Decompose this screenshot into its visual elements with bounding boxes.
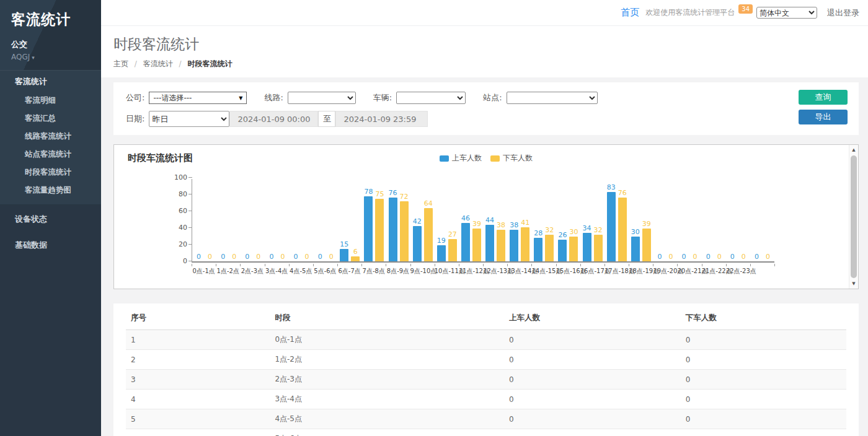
sidebar-item-passenger-stats[interactable]: 客流统计 bbox=[0, 71, 101, 92]
bar-value-label: 0 bbox=[245, 253, 249, 261]
date-preset-select[interactable]: 昨日 bbox=[149, 111, 229, 127]
y-axis-tick bbox=[188, 177, 192, 178]
legend-swatch-icon bbox=[440, 155, 449, 162]
bar-column: 75 bbox=[375, 190, 384, 261]
bar-value-label: 30 bbox=[631, 228, 640, 236]
table-cell: 0 bbox=[504, 390, 681, 409]
bar-column: 32 bbox=[545, 226, 554, 261]
bar-group: 7672 bbox=[386, 179, 410, 261]
bar-value-label: 0 bbox=[706, 253, 711, 261]
sidebar-subitem-5[interactable]: 客流量趋势图 bbox=[0, 181, 101, 199]
bar-column: 42 bbox=[412, 217, 422, 261]
x-axis-label: 15点-16点 bbox=[556, 267, 580, 276]
bar-column: 0 bbox=[728, 253, 737, 261]
table-cell: 0点-1点 bbox=[270, 330, 504, 350]
company-select[interactable]: ---请选择--- ▼ bbox=[149, 92, 247, 104]
table-cell: 1点-2点 bbox=[270, 350, 504, 370]
bar-column: 0 bbox=[680, 253, 689, 261]
table-row: 54点-5点00 bbox=[126, 409, 846, 429]
bar-value-label: 39 bbox=[642, 220, 651, 228]
bar-value-label: 0 bbox=[682, 253, 686, 261]
scrollbar-thumb[interactable] bbox=[851, 155, 857, 278]
bar-value-label: 0 bbox=[197, 253, 201, 261]
breadcrumb-separator: / bbox=[179, 59, 182, 68]
bar-column: 30 bbox=[631, 228, 640, 262]
bar-value-label: 32 bbox=[594, 226, 603, 234]
table-cell: 4 bbox=[126, 390, 270, 409]
chart-scrollbar[interactable]: ▲ ▼ bbox=[849, 145, 858, 289]
bar-group: 00 bbox=[265, 179, 289, 261]
bar-value-label: 0 bbox=[766, 253, 770, 261]
bar bbox=[545, 235, 554, 261]
bar-value-label: 42 bbox=[413, 217, 422, 225]
bar-column: 0 bbox=[194, 253, 203, 261]
legend-swatch-icon bbox=[490, 155, 500, 162]
bar-value-label: 46 bbox=[461, 214, 470, 222]
bar-group: 2630 bbox=[556, 179, 580, 261]
bar-column: 64 bbox=[423, 199, 433, 261]
bar-value-label: 64 bbox=[424, 199, 433, 207]
x-axis-ticks bbox=[192, 264, 775, 266]
x-axis-label: 12点-13点 bbox=[483, 267, 507, 276]
x-axis-label: 5点-6点 bbox=[313, 267, 337, 276]
vehicle-select[interactable] bbox=[396, 92, 466, 104]
sidebar-item-top-0[interactable]: 设备状态 bbox=[0, 207, 101, 231]
sidebar-subitem-1[interactable]: 客流汇总 bbox=[0, 110, 101, 128]
sidebar-subitem-2[interactable]: 线路客流统计 bbox=[0, 128, 101, 146]
bar-column: 46 bbox=[461, 214, 470, 261]
bar-value-label: 0 bbox=[232, 253, 236, 261]
bar-column: 76 bbox=[618, 189, 627, 261]
date-start-input[interactable] bbox=[229, 111, 318, 127]
sidebar-subitem-0[interactable]: 客流明细 bbox=[0, 92, 101, 110]
logout-link[interactable]: 退出登录 bbox=[827, 7, 859, 19]
chart-plot-area: 0204060801000000000000001567875767242641… bbox=[192, 179, 774, 263]
bar bbox=[594, 235, 603, 261]
bar bbox=[448, 239, 457, 261]
bar-value-label: 0 bbox=[294, 253, 298, 261]
table-cell: 0 bbox=[504, 370, 681, 390]
x-axis-label: 21点-22点 bbox=[702, 267, 726, 276]
query-button[interactable]: 查询 bbox=[799, 90, 848, 105]
bar-column: 0 bbox=[704, 253, 713, 261]
table-cell: 2 bbox=[126, 350, 270, 370]
legend-item[interactable]: 下车人数 bbox=[490, 153, 533, 164]
x-axis-label: 11点-12点 bbox=[459, 267, 483, 276]
scroll-up-icon[interactable]: ▲ bbox=[849, 146, 858, 154]
table-cell: 0 bbox=[504, 330, 681, 350]
x-axis-label: 20点-21点 bbox=[677, 267, 701, 276]
sidebar-subitem-4[interactable]: 时段客流统计 bbox=[0, 164, 101, 181]
bar-column: 41 bbox=[521, 219, 530, 261]
sidebar-submenu: 客流明细客流汇总线路客流统计站点客流统计时段客流统计客流量趋势图 bbox=[0, 92, 101, 199]
y-axis-label: 20 bbox=[165, 240, 187, 248]
sidebar-item-top-1[interactable]: 基础数据 bbox=[0, 233, 101, 257]
profile-user-dropdown[interactable]: AQGJ▾ bbox=[11, 53, 90, 61]
export-button[interactable]: 导出 bbox=[799, 110, 848, 124]
bar-value-label: 0 bbox=[305, 253, 309, 261]
bar-column: 72 bbox=[399, 193, 409, 261]
sidebar-subitem-3[interactable]: 站点客流统计 bbox=[0, 146, 101, 164]
legend-item[interactable]: 上车人数 bbox=[440, 153, 482, 164]
bar-value-label: 0 bbox=[280, 253, 285, 261]
bar-group: 00 bbox=[314, 179, 338, 261]
breadcrumb-parent[interactable]: 客流统计 bbox=[143, 59, 173, 68]
language-select[interactable]: 简体中文 bbox=[756, 7, 817, 19]
x-axis-labels: 0点-1点1点-2点2点-3点3点-4点4点-5点5点-6点6点-7点7点-8点… bbox=[192, 267, 774, 276]
breadcrumb-home[interactable]: 主页 bbox=[113, 59, 128, 68]
x-axis-label: 10点-11点 bbox=[435, 267, 459, 276]
chevron-down-icon: ▼ bbox=[239, 95, 242, 101]
bar-column: 78 bbox=[364, 188, 373, 261]
home-link[interactable]: 首页 bbox=[621, 7, 639, 19]
bar-column: 0 bbox=[691, 253, 700, 261]
bar-column: 27 bbox=[448, 230, 457, 261]
date-end-input[interactable] bbox=[335, 111, 428, 127]
table-cell: 2点-3点 bbox=[270, 370, 504, 390]
sidebar-header: 客流统计 公交 AQGJ▾ bbox=[0, 0, 101, 70]
bar bbox=[510, 230, 518, 261]
breadcrumb-separator: / bbox=[135, 59, 137, 68]
line-select[interactable] bbox=[288, 92, 356, 104]
content: 公司: ---请选择--- ▼ 线路: 车辆: 站点: 日期: 昨日 bbox=[101, 77, 868, 436]
bar-group: 8376 bbox=[604, 179, 629, 261]
scroll-down-icon[interactable]: ▼ bbox=[849, 279, 858, 288]
passenger-flow-chart-panel: 时段车流统计图 上车人数下车人数 02040608010000000000000… bbox=[113, 144, 859, 289]
station-select[interactable] bbox=[507, 92, 598, 104]
